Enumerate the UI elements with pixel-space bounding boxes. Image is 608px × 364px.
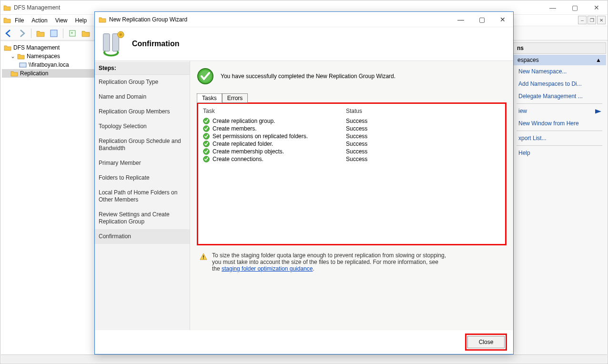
- task-status: Success: [346, 125, 500, 132]
- task-name: Create members.: [213, 125, 257, 132]
- menu-view[interactable]: View: [55, 17, 68, 24]
- dialog-minimize-button[interactable]: —: [450, 12, 471, 27]
- wizard-step[interactable]: Primary Member: [95, 156, 190, 171]
- menu-app-icon: [3, 17, 11, 23]
- actions-header: ns: [513, 42, 606, 54]
- info-period: .: [313, 265, 314, 272]
- dialog-heading: Confirmation: [132, 40, 180, 48]
- nav-forward-button[interactable]: [17, 28, 27, 39]
- expand-icon: ⌄: [10, 53, 15, 60]
- success-message: You have successfully completed the New …: [221, 73, 395, 80]
- chevron-right-icon: ▶: [595, 108, 601, 114]
- tree-namespace-child[interactable]: \\firatboyan.loca: [2, 61, 95, 69]
- steps-label: Steps:: [95, 62, 190, 75]
- task-status: Success: [346, 156, 500, 162]
- toolbar-icon-2[interactable]: [49, 28, 59, 39]
- task-name: Create replication group.: [213, 118, 275, 124]
- action-new-namespace[interactable]: New Namespace...: [512, 65, 607, 78]
- svg-rect-9: [70, 30, 75, 36]
- task-row: Create replicated folder.Success: [203, 140, 500, 148]
- close-button[interactable]: ✕: [586, 0, 608, 14]
- task-row: Create members.Success: [203, 125, 500, 132]
- mdi-restore-button[interactable]: ❐: [588, 16, 596, 24]
- success-check-icon: [197, 68, 214, 85]
- replication-icon: [10, 70, 18, 77]
- task-status: Success: [346, 118, 500, 124]
- actions-group-title[interactable]: espaces ▲: [513, 55, 606, 65]
- tab-tasks[interactable]: Tasks: [197, 93, 222, 103]
- maximize-button[interactable]: ▢: [564, 0, 586, 14]
- wizard-step[interactable]: Name and Domain: [95, 90, 190, 104]
- collapse-icon: ▲: [596, 57, 601, 63]
- action-add-namespaces[interactable]: Add Namespaces to Di...: [512, 78, 607, 90]
- task-name: Create replicated folder.: [213, 141, 273, 147]
- dialog-header: Confirmation: [95, 27, 513, 61]
- warning-icon: [200, 253, 207, 261]
- action-delegate-management[interactable]: Delegate Management ...: [512, 90, 607, 102]
- minimize-button[interactable]: —: [542, 0, 564, 14]
- action-help[interactable]: Help: [512, 147, 607, 159]
- task-status: Success: [346, 133, 500, 140]
- svg-rect-8: [51, 30, 57, 37]
- wizard-step[interactable]: Local Path of Home Folders on Other Memb…: [95, 185, 190, 207]
- wizard-step[interactable]: Topology Selection: [95, 119, 190, 134]
- menu-help[interactable]: Help: [75, 17, 87, 24]
- tab-errors[interactable]: Errors: [222, 93, 248, 103]
- tree-root-label: DFS Management: [13, 44, 60, 51]
- dialog-maximize-button[interactable]: ▢: [471, 12, 492, 27]
- task-success-icon: [203, 148, 210, 155]
- tree-namespaces[interactable]: ⌄ Namespaces: [2, 52, 95, 61]
- actions-group-label: espaces: [517, 57, 539, 63]
- menu-file[interactable]: File: [15, 17, 24, 24]
- actions-pane: ns espaces ▲ New Namespace... Add Namesp…: [512, 41, 607, 363]
- action-new-window[interactable]: New Window from Here: [512, 117, 607, 130]
- task-name: Create connections.: [213, 156, 263, 162]
- parent-title: DFS Management: [14, 4, 60, 11]
- menu-action[interactable]: Action: [31, 17, 47, 24]
- toolbar-icon-4[interactable]: [81, 28, 91, 39]
- task-status: Success: [346, 148, 500, 155]
- app-icon: [3, 4, 11, 11]
- column-task: Task: [203, 108, 346, 114]
- task-success-icon: [203, 118, 210, 124]
- toolbar-icon-3[interactable]: [67, 28, 78, 39]
- tree-root[interactable]: DFS Management: [2, 43, 95, 52]
- action-export-list[interactable]: xport List...: [512, 132, 607, 144]
- dialog-footer: Close: [95, 330, 513, 354]
- task-success-icon: [203, 156, 210, 162]
- tree-pane: DFS Management ⌄ Namespaces \\firatboyan…: [1, 41, 96, 363]
- column-status: Status: [346, 108, 500, 114]
- toolbar-icon-1[interactable]: [35, 28, 46, 39]
- wizard-step[interactable]: Replication Group Members: [95, 104, 190, 119]
- wizard-step[interactable]: Review Settings and Create Replication G…: [95, 207, 190, 229]
- task-status: Success: [346, 141, 500, 147]
- svg-rect-10: [20, 63, 26, 67]
- tree-replication[interactable]: Replication: [2, 69, 95, 78]
- action-view[interactable]: iew▶: [512, 105, 607, 117]
- tree-namespace-child-label: \\firatboyan.loca: [29, 61, 69, 68]
- staging-info: To size the staging folder quota large e…: [197, 245, 449, 272]
- statusbar: [1, 354, 607, 363]
- task-name: Set permissions on replicated folders.: [213, 133, 308, 140]
- mdi-minimize-button[interactable]: –: [578, 16, 587, 24]
- wizard-steps-pane: Steps: Replication Group TypeName and Do…: [95, 61, 190, 330]
- close-wizard-button[interactable]: Close: [467, 336, 505, 348]
- folder-icon: [4, 44, 11, 51]
- wizard-graphic-icon: [100, 31, 125, 57]
- mdi-close-button[interactable]: ✕: [597, 16, 606, 24]
- wizard-step[interactable]: Replication Group Schedule and Bandwidth: [95, 134, 190, 156]
- tree-replication-label: Replication: [20, 70, 48, 77]
- task-row: Create connections.Success: [203, 155, 500, 163]
- task-name: Create membership objects.: [213, 148, 284, 155]
- namespaces-icon: [17, 53, 25, 60]
- new-replication-group-wizard-dialog: New Replication Group Wizard — ▢ ✕ Confi…: [94, 11, 514, 354]
- wizard-step[interactable]: Folders to Replicate: [95, 171, 190, 185]
- tasks-panel: Task Status Create replication group.Suc…: [197, 102, 507, 245]
- result-tabs: Tasks Errors: [197, 93, 507, 103]
- dialog-close-button[interactable]: ✕: [492, 12, 513, 27]
- wizard-step[interactable]: Replication Group Type: [95, 75, 190, 90]
- staging-guidance-link[interactable]: staging folder optimization guidance: [222, 265, 313, 272]
- nav-back-button[interactable]: [3, 28, 14, 39]
- task-row: Create replication group.Success: [203, 117, 500, 125]
- wizard-step[interactable]: Confirmation: [95, 229, 190, 244]
